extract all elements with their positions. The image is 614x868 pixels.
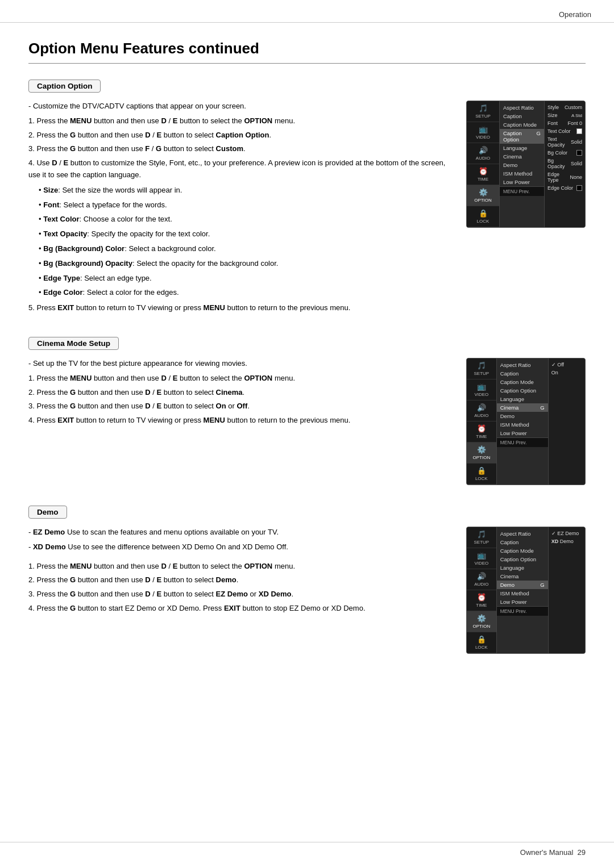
row-demo-3: DemoG [497, 581, 548, 589]
setup-icon-3: 🎵 [477, 530, 486, 539]
row-caption-mode-2: Caption Mode [497, 378, 548, 386]
menu-footer-3: MENU Prev. [497, 606, 548, 616]
caption-steps: Press the MENU button and then use D / E… [28, 115, 449, 181]
sidebar-video-2: 📺 VIDEO [467, 379, 496, 400]
caption-step-1: Press the MENU button and then use D / E… [28, 115, 449, 127]
row-aspect-3: Aspect Ratio [497, 529, 548, 538]
menu-footer-1: MENU Prev. [500, 186, 544, 196]
page-header: Operation [0, 0, 614, 23]
sidebar-option-2: ⚙️ OPTION [467, 443, 496, 464]
sidebar-option: ⚙️ OPTION [467, 185, 499, 206]
right-xd-demo: XD Demo [549, 537, 585, 545]
sidebar-setup-3: 🎵 SETUP [467, 527, 496, 548]
sidebar-setup-2: 🎵 SETUP [467, 358, 496, 379]
row-language-2: Language [497, 395, 548, 403]
menu-screenshot-cinema: 🎵 SETUP 📺 VIDEO 🔊 AUDIO ⏰ [466, 358, 586, 485]
page-content: Option Menu Features continued Caption O… [0, 23, 614, 697]
caption-step-5: Press EXIT button to return to TV viewin… [28, 302, 449, 314]
section-caption-option: Caption Option Customize the DTV/CADTV c… [28, 80, 586, 316]
row-caption-option-3: Caption Option [497, 555, 548, 564]
menu-sidebar-3: 🎵 SETUP 📺 VIDEO 🔊 AUDIO ⏰ [467, 527, 497, 653]
bullet-edge-color: Edge Color: Select a color for the edges… [39, 287, 449, 299]
section-body-caption: Customize the DTV/CADTV captions that ap… [28, 101, 586, 316]
sidebar-time-3: ⏰ TIME [467, 590, 496, 611]
section-demo: Demo EZ Demo Use to scan the features an… [28, 506, 586, 654]
row-caption-3: Caption [497, 538, 548, 546]
sidebar-lock-2: 🔒 LOCK [467, 464, 496, 485]
right-text-opacity: Text OpacitySolid [545, 135, 585, 149]
audio-icon: 🔊 [479, 146, 488, 155]
footer-manual: Owner's Manual [520, 848, 574, 857]
row-language-3: Language [497, 564, 548, 572]
option-label: OPTION [474, 198, 492, 203]
setup-label: SETUP [475, 114, 491, 119]
row-caption-mode-3: Caption Mode [497, 546, 548, 555]
caption-step-4: Use D / E button to customize the Style,… [28, 157, 449, 181]
bullet-bg-opacity: Bg (Background) Opacity: Select the opac… [39, 258, 449, 270]
row-caption-2: Caption [497, 369, 548, 378]
video-label: VIDEO [476, 135, 490, 140]
menu-right-1: StyleCustom SizeA Std FontFont 0 Text Co… [544, 101, 585, 227]
right-edge-type: Edge TypeNone [545, 170, 585, 184]
time-icon-2: ⏰ [477, 424, 486, 433]
option-icon-3: ⚙️ [477, 614, 486, 623]
audio-icon-3: 🔊 [477, 572, 486, 581]
demo-step-2: Press the G button and then use D / E bu… [28, 574, 449, 586]
right-off: ✓ Off [549, 361, 585, 369]
right-bg-color: Bg Color [545, 149, 585, 157]
video-icon-3: 📺 [477, 551, 486, 560]
section-body-demo: EZ Demo Use to scan the features and men… [28, 527, 586, 654]
bullet-size: Size: Set the size the words will appear… [39, 185, 449, 197]
row-ism: ISM Method [500, 169, 544, 178]
demo-steps: Press the MENU button and then use D / E… [28, 561, 449, 615]
sidebar-option-3: ⚙️ OPTION [467, 611, 496, 632]
row-lowpower-2: Low Power [497, 429, 548, 437]
edge-color-swatch [576, 185, 582, 191]
right-ez-demo: ✓ EZ Demo [549, 529, 585, 537]
row-cinema-3: Cinema [497, 572, 548, 581]
time-label: TIME [478, 177, 488, 182]
page-footer: Owner's Manual 29 [0, 842, 614, 857]
right-bg-opacity: Bg OpacitySolid [545, 157, 585, 170]
menu-sidebar-2: 🎵 SETUP 📺 VIDEO 🔊 AUDIO ⏰ [467, 358, 497, 485]
section-label-demo: Demo [28, 506, 67, 519]
text-color-swatch [576, 128, 582, 134]
demo-step-1: Press the MENU button and then use D / E… [28, 561, 449, 573]
row-lowpower-3: Low Power [497, 598, 548, 606]
menu-right-2: ✓ Off On [548, 358, 585, 485]
menu-screenshot-caption: 🎵 SETUP 📺 VIDEO 🔊 AUDIO ⏰ [466, 101, 586, 228]
video-icon-2: 📺 [477, 382, 486, 391]
menu-main-3: Aspect Ratio Caption Caption Mode Captio… [497, 527, 548, 653]
audio-label: AUDIO [476, 156, 490, 161]
row-demo-2: Demo [497, 412, 548, 420]
menu-main-1: Aspect Ratio Caption Caption Mode Captio… [500, 101, 544, 227]
section-cinema-mode: Cinema Mode Setup Set up the TV for the … [28, 337, 586, 485]
video-icon: 📺 [479, 125, 488, 133]
row-lowpower: Low Power [500, 178, 544, 186]
lock-icon-3: 🔒 [477, 635, 486, 644]
cinema-intro: Set up the TV for the best picture appea… [28, 358, 449, 370]
sidebar-time-2: ⏰ TIME [467, 422, 496, 443]
sidebar-setup: 🎵 SETUP [467, 101, 499, 122]
option-icon: ⚙️ [479, 188, 488, 197]
row-aspect: Aspect Ratio [500, 103, 544, 112]
bullet-text-opacity: Text Opacity: Specify the opacity for th… [39, 228, 449, 240]
menu-footer-2: MENU Prev. [497, 437, 548, 447]
demo-step-4: Press the G button to start EZ Demo or X… [28, 603, 449, 615]
section-body-cinema: Set up the TV for the best picture appea… [28, 358, 586, 485]
row-cinema-2: CinemaG [497, 403, 548, 412]
row-caption: Caption [500, 112, 544, 120]
cinema-step-2: Press the G button and then use D / E bu… [28, 387, 449, 399]
lock-icon: 🔒 [479, 209, 488, 218]
sidebar-audio-3: 🔊 AUDIO [467, 569, 496, 590]
right-style: StyleCustom [545, 103, 585, 111]
menu-right-3: ✓ EZ Demo XD Demo [548, 527, 585, 653]
row-ism-3: ISM Method [497, 589, 548, 598]
cinema-step-4: Press EXIT button to return to TV viewin… [28, 415, 449, 427]
setup-icon-2: 🎵 [477, 361, 486, 370]
option-icon-2: ⚙️ [477, 445, 486, 454]
time-icon-3: ⏰ [477, 593, 486, 602]
menu-sidebar-1: 🎵 SETUP 📺 VIDEO 🔊 AUDIO ⏰ [467, 101, 500, 227]
menu-screenshot-demo: 🎵 SETUP 📺 VIDEO 🔊 AUDIO ⏰ [466, 527, 586, 654]
demo-intro-ez: EZ Demo Use to scan the features and men… [28, 527, 449, 539]
